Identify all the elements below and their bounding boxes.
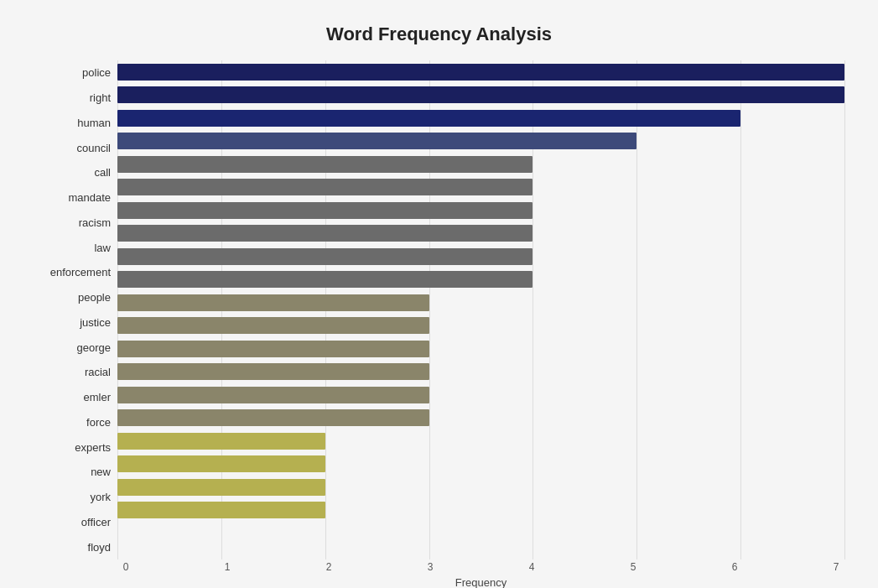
bar-row-force <box>117 384 844 406</box>
x-tick-6: 6 <box>726 561 743 573</box>
bar-enforcement <box>117 248 533 265</box>
chart-title: Word Frequency Analysis <box>34 17 844 45</box>
bar-row-officer <box>117 476 844 498</box>
y-label-council: council <box>77 137 111 159</box>
chart-container: Word Frequency Analysis policerighthuman… <box>0 0 878 588</box>
y-label-officer: officer <box>81 511 111 533</box>
y-label-people: people <box>78 287 111 309</box>
bar-york <box>117 455 325 472</box>
x-tick-5: 5 <box>625 561 642 573</box>
y-label-human: human <box>77 112 111 133</box>
bar-row-experts <box>117 407 844 429</box>
bar-row-york <box>117 453 844 475</box>
x-tick-4: 4 <box>523 561 540 573</box>
x-axis-label: Frequency <box>34 576 844 588</box>
y-label-force: force <box>86 411 111 433</box>
bar-police <box>117 64 844 81</box>
bar-row-right <box>117 84 844 106</box>
y-label-floyd: floyd <box>88 536 111 558</box>
bar-human <box>117 110 740 127</box>
bar-law <box>117 225 533 242</box>
y-label-law: law <box>94 237 111 258</box>
x-tick-7: 7 <box>828 561 844 573</box>
y-label-mandate: mandate <box>68 187 111 209</box>
bar-row-law <box>117 222 844 244</box>
bar-row-enforcement <box>117 246 844 268</box>
y-label-york: york <box>90 487 111 508</box>
bar-right <box>117 86 844 103</box>
bar-row-police <box>117 61 844 83</box>
y-label-justice: justice <box>80 311 111 333</box>
y-label-emler: emler <box>83 387 111 408</box>
bar-row-justice <box>117 292 844 314</box>
y-axis: policerighthumancouncilcallmandateracism… <box>34 60 117 559</box>
bar-racism <box>117 202 533 219</box>
bar-row-racism <box>117 200 844 221</box>
bar-row-new <box>117 430 844 452</box>
y-label-george: george <box>77 336 111 358</box>
bar-floyd <box>117 502 325 518</box>
x-tick-0: 0 <box>117 561 134 573</box>
bar-racial <box>117 341 429 357</box>
bar-row-emler <box>117 361 844 382</box>
bars-area <box>117 60 844 559</box>
x-tick-3: 3 <box>422 561 439 573</box>
y-label-right: right <box>90 87 111 109</box>
bar-people <box>117 271 533 288</box>
x-axis-ticks: 01234567 <box>117 559 844 573</box>
bar-row-human <box>117 107 844 129</box>
bar-new <box>117 433 325 450</box>
x-tick-1: 1 <box>219 561 236 573</box>
bar-justice <box>117 294 429 311</box>
y-label-enforcement: enforcement <box>50 262 111 284</box>
bar-emler <box>117 363 429 380</box>
bar-council <box>117 133 636 149</box>
y-label-racism: racism <box>79 211 111 233</box>
y-label-call: call <box>94 162 111 184</box>
bar-officer <box>117 479 325 496</box>
bar-mandate <box>117 179 533 195</box>
y-label-new: new <box>91 461 111 483</box>
bar-force <box>117 387 429 403</box>
bar-call <box>117 156 533 173</box>
grid-line-7 <box>844 60 845 559</box>
bar-row-call <box>117 154 844 175</box>
y-label-experts: experts <box>75 436 111 458</box>
y-label-racial: racial <box>85 362 111 383</box>
bar-row-council <box>117 130 844 152</box>
bar-row-racial <box>117 338 844 360</box>
bar-george <box>117 317 429 334</box>
bar-row-floyd <box>117 499 844 521</box>
bar-row-george <box>117 315 844 336</box>
bar-experts <box>117 409 429 426</box>
x-tick-2: 2 <box>320 561 337 573</box>
y-label-police: police <box>82 62 111 84</box>
bar-row-people <box>117 268 844 290</box>
bar-row-mandate <box>117 176 844 198</box>
